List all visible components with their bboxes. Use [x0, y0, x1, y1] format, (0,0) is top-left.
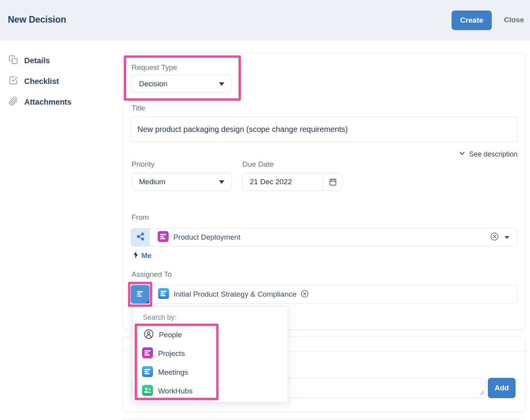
search-by-dropdown: Search by: People Projects: [132, 306, 288, 402]
header-bar: New Decision Create Close: [0, 0, 530, 41]
me-label: Me: [141, 251, 151, 260]
page-title: New Decision: [8, 14, 66, 25]
search-option-projects[interactable]: Projects: [142, 345, 185, 363]
meeting-icon: [135, 289, 145, 300]
search-by-label: Search by:: [143, 313, 176, 322]
clear-selection-icon[interactable]: [490, 232, 499, 242]
priority-select[interactable]: Medium: [132, 173, 232, 191]
sidebar-item-attachments[interactable]: Attachments: [9, 96, 71, 108]
remove-assignee-icon[interactable]: [301, 290, 309, 299]
chevron-down-icon: [219, 82, 224, 86]
workhub-icon: [142, 385, 153, 398]
search-option-label: Meetings: [158, 368, 188, 377]
from-value: Product Deployment: [173, 233, 240, 242]
paperclip-icon: [9, 96, 18, 108]
sidebar-item-label: Checklist: [24, 77, 59, 86]
request-type-select[interactable]: Decision: [132, 75, 232, 93]
people-icon: [144, 329, 154, 341]
assigned-to-field[interactable]: Initial Product Strategy & Compliance: [152, 285, 518, 304]
meeting-icon: [158, 288, 169, 301]
search-option-label: People: [159, 331, 182, 339]
request-type-value: Decision: [139, 80, 167, 88]
document-icon: [9, 55, 18, 66]
share-type-button[interactable]: [131, 228, 150, 246]
due-date-label: Due Date: [242, 160, 274, 169]
due-date-picker[interactable]: 21 Dec 2022: [242, 173, 343, 191]
see-description-toggle[interactable]: See description: [458, 149, 518, 159]
title-input[interactable]: [131, 116, 518, 142]
assign-to-me-link[interactable]: Me: [133, 251, 151, 260]
sidebar-item-label: Attachments: [24, 98, 71, 107]
project-icon: [158, 231, 169, 244]
checklist-icon: [9, 76, 18, 87]
priority-value: Medium: [139, 178, 165, 186]
from-label: From: [132, 213, 149, 222]
assigned-to-value: Initial Product Strategy & Compliance: [174, 290, 297, 299]
lightning-icon: [133, 251, 139, 260]
create-button[interactable]: Create: [452, 11, 492, 30]
share-icon: [136, 232, 145, 242]
search-option-people[interactable]: People: [144, 326, 182, 344]
chevron-down-icon: [219, 180, 224, 184]
resize-handle-icon[interactable]: [479, 390, 484, 397]
meeting-icon: [142, 366, 153, 379]
request-type-label: Request Type: [132, 63, 177, 72]
sidebar-item-details[interactable]: Details: [9, 55, 50, 66]
corner-indicator-icon: [146, 301, 149, 303]
title-label: Title: [132, 104, 145, 112]
chevron-down-icon: [458, 149, 466, 159]
priority-label: Priority: [132, 160, 155, 169]
next-section-card-edge: [122, 418, 525, 420]
search-option-label: Projects: [158, 349, 185, 358]
assigned-search-type-button[interactable]: [131, 285, 149, 304]
see-description-label: See description: [469, 150, 518, 158]
search-option-workhubs[interactable]: WorkHubs: [142, 382, 192, 400]
sidebar-item-checklist[interactable]: Checklist: [9, 76, 59, 87]
sidebar-item-label: Details: [24, 56, 50, 65]
from-field[interactable]: Product Deployment: [131, 228, 518, 247]
search-option-meetings[interactable]: Meetings: [142, 363, 188, 381]
due-date-value: 21 Dec 2022: [243, 173, 323, 190]
close-button[interactable]: Close: [504, 16, 524, 24]
add-button[interactable]: Add: [488, 378, 516, 398]
calendar-icon: [323, 173, 342, 190]
search-option-label: WorkHubs: [158, 387, 192, 395]
project-icon: [142, 347, 153, 360]
assigned-to-label: Assigned To: [132, 270, 172, 279]
chevron-down-icon: [505, 236, 509, 239]
